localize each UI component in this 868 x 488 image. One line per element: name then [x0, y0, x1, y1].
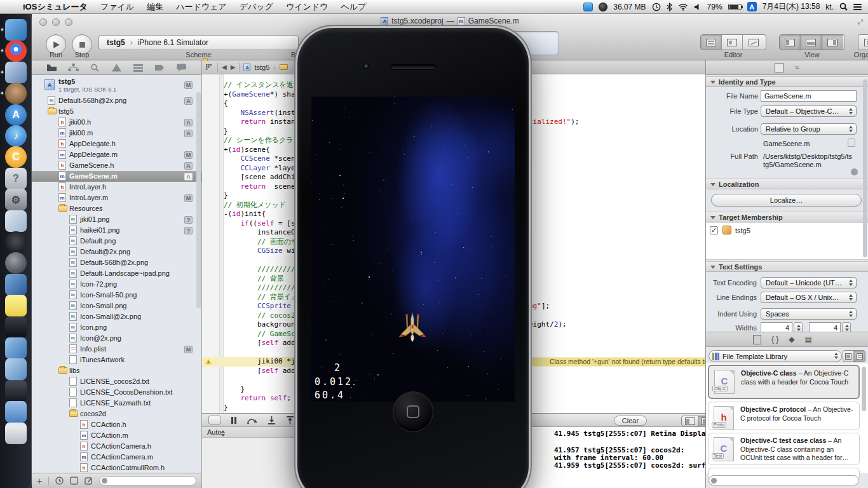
file-row-libs[interactable]: libs: [32, 365, 201, 376]
inspector-tab-bar[interactable]: ≈: [706, 60, 868, 75]
add-file-icon[interactable]: +: [37, 476, 42, 486]
breakpoint-navigator-icon[interactable]: [176, 64, 187, 72]
file-row-Icon.png[interactable]: Icon.png: [32, 322, 201, 333]
menu-app-name[interactable]: iOSシミュレータ: [17, 0, 94, 13]
file-row-LICENSE_cocos2d.txt[interactable]: LICENSE_cocos2d.txt: [32, 376, 201, 387]
library-tab-bar[interactable]: { } ◆ ▤: [706, 332, 868, 347]
fullscreen-icon[interactable]: ⤢: [857, 18, 863, 26]
file-row-Icon@2x.png[interactable]: Icon@2x.png: [32, 333, 201, 344]
menu-window[interactable]: ウインドウ: [280, 0, 335, 13]
dock-xcode-icon[interactable]: [5, 62, 27, 83]
file-row-CCAction.m[interactable]: mCCAction.m: [32, 430, 201, 441]
debug-navigator-icon[interactable]: [154, 64, 165, 72]
scheme-selector[interactable]: tstg5 › iPhone 6.1 Simulator: [98, 35, 299, 50]
file-row-tstg5[interactable]: tstg5: [32, 106, 201, 117]
file-type-dropdown[interactable]: Default – Objective-C…: [761, 105, 857, 117]
location-dropdown[interactable]: Relative to Group: [761, 123, 857, 135]
file-row-CCActionCamera.m[interactable]: mCCActionCamera.m: [32, 452, 201, 463]
hide-debug-area-button[interactable]: [208, 416, 221, 424]
view-segment[interactable]: [779, 34, 845, 50]
variables-only-button[interactable]: [682, 416, 698, 426]
indent-using-dropdown[interactable]: Spaces: [761, 308, 857, 320]
dock-dark-app-icon[interactable]: [5, 380, 27, 402]
file-row-GameScene.m[interactable]: mGameScene.mA: [32, 171, 201, 182]
template-card-2[interactable]: CTestObjective-C test case class – An Ob…: [708, 433, 860, 465]
organizer-segment[interactable]: [858, 34, 868, 50]
file-row-Info.plist[interactable]: Info.plistM: [32, 344, 201, 355]
dock-system-preferences-icon[interactable]: ⚙: [5, 189, 27, 210]
object-library-icon[interactable]: ◆: [789, 335, 794, 344]
issue-navigator-icon[interactable]: [111, 64, 122, 72]
file-name-field[interactable]: GameScene.m: [761, 90, 857, 102]
file-template-library-icon[interactable]: [753, 335, 761, 344]
project-navigator-icon[interactable]: [46, 64, 57, 72]
file-row-Default-Landscape~ipad.png[interactable]: Default-Landscape~ipad.png: [32, 268, 201, 279]
dock-folder-app-icon[interactable]: [5, 401, 27, 423]
template-card-1[interactable]: hProtoObjective-C protocol – An Objectiv…: [708, 402, 860, 430]
dock-blue-app-icon[interactable]: [5, 274, 27, 295]
dock-mail-icon[interactable]: [5, 210, 27, 232]
library-selector-dropdown[interactable]: File Template Library: [709, 350, 842, 362]
compose-filter-icon[interactable]: [85, 477, 93, 485]
menu-debug[interactable]: デバッグ: [233, 0, 280, 13]
bluetooth-icon[interactable]: [667, 3, 672, 11]
search-navigator-icon[interactable]: [90, 64, 100, 72]
text-encoding-dropdown[interactable]: Default – Unicode (UT…: [761, 277, 857, 288]
dock-trash-icon[interactable]: [5, 423, 27, 444]
library-scrollbar[interactable]: [862, 367, 866, 411]
file-row-jiki00.m[interactable]: mjiki00.mA: [32, 128, 201, 139]
library-view-segment[interactable]: [843, 350, 865, 362]
file-row-iTunesArtwork[interactable]: iTunesArtwork: [32, 355, 201, 365]
memory-app-icon[interactable]: [599, 3, 607, 11]
code-fragment[interactable]: eight/2);: [529, 320, 567, 330]
file-row-Default-568h@2x.png[interactable]: Default-568h@2x.png: [32, 257, 201, 268]
file-row-Icon-72.png[interactable]: Icon-72.png: [32, 279, 201, 290]
file-row-Icon-Small@2x.png[interactable]: Icon-Small@2x.png: [32, 311, 201, 322]
text-settings-header[interactable]: Text Settings: [706, 261, 868, 272]
related-items-icon[interactable]: [206, 64, 214, 71]
dock-dashboard-gauge-icon[interactable]: [5, 231, 27, 253]
project-row[interactable]: A tstg5 1 target, iOS SDK 6.1 M: [32, 76, 201, 95]
list-view-icon[interactable]: [854, 351, 865, 362]
dropbox-icon[interactable]: [583, 3, 593, 11]
localization-section-header[interactable]: Localization: [706, 179, 868, 189]
file-row-AppDelegate.m[interactable]: mAppDelegate.mM: [32, 149, 201, 160]
spotlight-icon[interactable]: [839, 3, 848, 11]
quick-help-icon[interactable]: ≈: [795, 63, 799, 72]
assistant-editor-button[interactable]: [722, 35, 743, 50]
navigator-scrollbar[interactable]: [196, 92, 201, 308]
breadcrumb-project[interactable]: tstg5: [254, 64, 269, 71]
file-row-Default@2x.png[interactable]: Default@2x.png: [32, 247, 201, 257]
dock-chrome-icon[interactable]: [5, 40, 27, 62]
toggle-debug-button[interactable]: [801, 35, 822, 50]
gutter-warning-icon[interactable]: [205, 359, 212, 365]
home-button[interactable]: [393, 391, 433, 432]
reveal-location-icon[interactable]: [848, 139, 855, 147]
grid-view-icon[interactable]: [843, 351, 854, 362]
dock-iphone-app-icon[interactable]: [5, 316, 27, 338]
clock[interactable]: 7月4日(木) 13:58: [763, 1, 820, 12]
navigator-filter-field[interactable]: [99, 476, 196, 485]
target-membership-header[interactable]: Target Membership: [706, 212, 868, 222]
iphone-simulator[interactable]: 2 0.012 60.4: [297, 28, 529, 488]
dock-app-store-icon[interactable]: A: [5, 104, 27, 126]
editor-mode-segment[interactable]: [700, 34, 766, 50]
file-row-CCAction.h[interactable]: hCCAction.h: [32, 419, 201, 430]
utilities-scrollbar[interactable]: [863, 79, 867, 257]
line-endings-dropdown[interactable]: Default – OS X / Unix…: [761, 292, 857, 303]
target-checkbox[interactable]: ✓: [710, 226, 718, 234]
code-snippet-library-icon[interactable]: { }: [771, 335, 778, 344]
navigator-tab-bar[interactable]: [32, 60, 201, 75]
menu-file[interactable]: ファイル: [94, 0, 140, 13]
game-screen[interactable]: 2 0.012 60.4: [311, 97, 515, 402]
library-filter-field[interactable]: [709, 475, 859, 485]
file-row-CCActionCamera.h[interactable]: hCCActionCamera.h: [32, 441, 201, 452]
organizer-button[interactable]: [858, 35, 868, 50]
time-machine-icon[interactable]: [652, 3, 661, 11]
dock-cocos-c-icon[interactable]: C: [5, 146, 27, 168]
battery-icon[interactable]: [728, 4, 742, 10]
media-library-icon[interactable]: ▤: [805, 335, 812, 344]
clear-console-button[interactable]: Clear: [614, 416, 647, 426]
step-into-icon[interactable]: [268, 416, 276, 424]
menu-help[interactable]: ヘルプ: [334, 0, 372, 13]
